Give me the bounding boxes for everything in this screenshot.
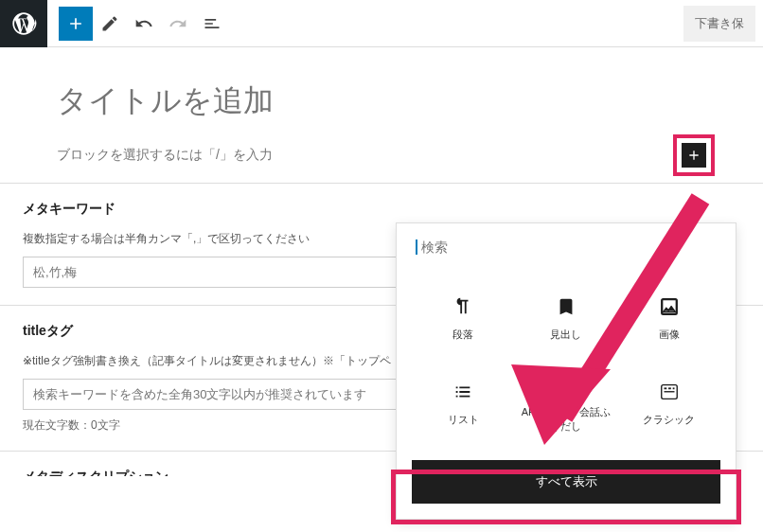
show-all-blocks-button[interactable]: すべて表示 (412, 460, 720, 504)
svg-rect-4 (664, 391, 674, 392)
wordpress-logo[interactable] (0, 0, 47, 47)
block-inserter-popover: 段落見出し画像リストAFFINGER: 会話ふきだしクラシック すべて表示 (396, 222, 736, 520)
annotation-highlight (673, 134, 715, 176)
svg-rect-1 (664, 387, 666, 389)
block-item-speech[interactable]: AFFINGER: 会話ふきだし (515, 365, 618, 441)
block-prompt-text: ブロックを選択するには「/」を入力 (57, 147, 273, 164)
paragraph-icon (452, 295, 474, 318)
document-outline-button[interactable] (195, 7, 229, 41)
pencil-icon (100, 14, 119, 33)
add-block-button[interactable] (59, 7, 93, 41)
inserter-grid: 段落見出し画像リストAFFINGER: 会話ふきだしクラシック (397, 265, 736, 460)
undo-button[interactable] (127, 7, 161, 41)
list-outline-icon (203, 14, 222, 33)
inserter-search-wrap (397, 223, 736, 265)
block-item-bookmark[interactable]: 見出し (515, 280, 618, 356)
post-title-input[interactable] (57, 76, 706, 137)
undo-icon (134, 14, 153, 33)
speech-icon (555, 373, 577, 396)
plus-icon (66, 14, 85, 33)
redo-button[interactable] (161, 7, 195, 41)
save-draft-button[interactable]: 下書き保 (683, 6, 755, 42)
block-item-classic[interactable]: クラシック (617, 365, 720, 441)
editor-toolbar: 下書き保 (0, 0, 763, 47)
block-item-image[interactable]: 画像 (617, 280, 720, 356)
image-icon (658, 295, 681, 318)
bookmark-icon (555, 295, 577, 318)
list-icon (452, 381, 474, 403)
block-item-list[interactable]: リスト (412, 365, 515, 441)
classic-icon (658, 381, 681, 403)
svg-rect-3 (672, 387, 674, 389)
block-prompt-row: ブロックを選択するには「/」を入力 (57, 137, 706, 183)
redo-icon (169, 14, 187, 33)
edit-tool-button[interactable] (93, 7, 127, 41)
block-item-paragraph[interactable]: 段落 (412, 280, 515, 356)
meta-keywords-title: メタキーワード (23, 201, 706, 218)
inline-add-block-button[interactable] (682, 143, 706, 168)
svg-rect-2 (668, 387, 671, 389)
inserter-search-input[interactable] (416, 239, 717, 255)
wordpress-icon (10, 10, 37, 37)
